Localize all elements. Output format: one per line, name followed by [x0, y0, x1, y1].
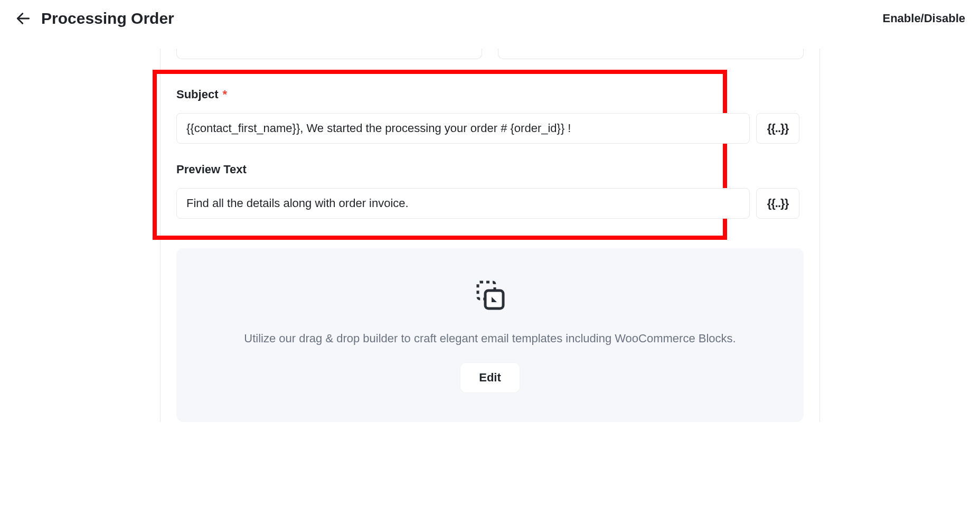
preview-input-row: {{..}} — [157, 188, 799, 219]
content-outer: Subject * {{..}} Preview Text {{..}} — [0, 49, 980, 422]
required-star: * — [222, 88, 227, 101]
subject-field-block: Subject * {{..}} — [157, 88, 799, 144]
enable-disable-toggle[interactable]: Enable/Disable — [882, 12, 965, 25]
preview-input[interactable] — [176, 188, 750, 219]
builder-description: Utilize our drag & drop builder to craft… — [244, 331, 736, 347]
preview-label-row: Preview Text — [157, 163, 799, 176]
top-box-left — [176, 49, 482, 59]
subject-input[interactable] — [176, 113, 750, 144]
preview-field-block: Preview Text {{..}} — [157, 163, 799, 219]
builder-drag-icon — [472, 278, 508, 315]
page-title: Processing Order — [41, 10, 174, 27]
preview-label: Preview Text — [176, 163, 247, 176]
highlight-zone: Subject * {{..}} Preview Text {{..}} — [153, 70, 727, 240]
edit-button[interactable]: Edit — [460, 363, 520, 392]
builder-panel: Utilize our drag & drop builder to craft… — [176, 248, 804, 422]
top-partial-row — [176, 49, 804, 59]
subject-label: Subject — [176, 88, 218, 101]
top-box-right — [498, 49, 804, 59]
preview-merge-tag-button[interactable]: {{..}} — [756, 188, 799, 219]
content-panel: Subject * {{..}} Preview Text {{..}} — [160, 49, 820, 422]
header-left: Processing Order — [15, 10, 174, 27]
subject-label-row: Subject * — [157, 88, 799, 101]
subject-input-row: {{..}} — [157, 113, 799, 144]
back-arrow-icon[interactable] — [15, 10, 32, 27]
page-header: Processing Order Enable/Disable — [0, 0, 980, 49]
subject-merge-tag-button[interactable]: {{..}} — [756, 113, 799, 144]
